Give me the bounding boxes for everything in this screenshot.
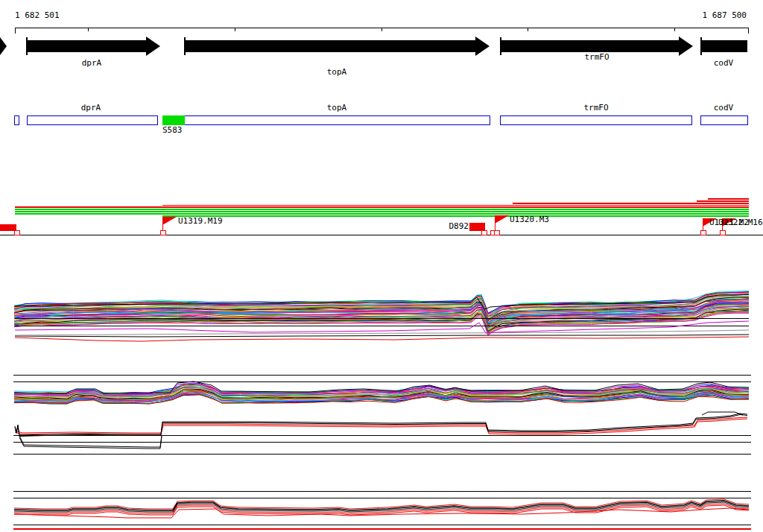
gene-arrow-topA[interactable] <box>185 37 490 56</box>
partial-gene-arrowhead-icon <box>0 37 7 55</box>
marker-label-U1319.M19: U1319.M19 <box>178 217 223 225</box>
gene-arrow-label-trmFO: trmFO <box>584 53 609 61</box>
gene-box-trmFO[interactable] <box>500 115 691 124</box>
expression-panel-p3 <box>13 414 751 454</box>
gene-box-dprA[interactable] <box>27 115 157 124</box>
gene-arrow-codV[interactable] <box>701 37 747 55</box>
gene-arrowhead-icon <box>475 37 490 56</box>
expression-panel-p2 <box>13 375 751 415</box>
gene-box-codV[interactable] <box>700 115 747 124</box>
marker-flag-D892[interactable] <box>469 223 485 231</box>
marker-label-U1320.M3: U1320.M3 <box>510 215 549 224</box>
marker-box <box>14 230 19 235</box>
marker-track <box>0 215 763 235</box>
marker-flag-U1319.M19[interactable] <box>162 217 177 225</box>
feature-box-S583[interactable] <box>162 115 184 124</box>
tracks-canvas <box>0 0 763 532</box>
genome-ruler <box>15 28 748 34</box>
marker-label-U1322.M16: U1322.M16 <box>718 218 763 227</box>
marker-box <box>481 230 487 235</box>
marker-box <box>700 230 706 235</box>
gene-arrow-body[interactable] <box>28 40 146 52</box>
gene-box-track <box>14 115 747 124</box>
expression-extra-line <box>15 335 749 337</box>
gene-arrowhead-icon <box>679 37 693 56</box>
gene-arrow-label-topA: topA <box>327 68 347 76</box>
gene-arrowhead-icon <box>146 37 160 56</box>
gene-arrow-body[interactable] <box>186 40 475 52</box>
transcript-signal-track <box>15 199 749 216</box>
expression-extra-line <box>15 337 749 341</box>
feature-label-S583: S583 <box>162 126 183 134</box>
gene-box-label-trmFO: trmFO <box>583 104 608 112</box>
expression-extra-line <box>19 435 162 447</box>
gene-arrow-track <box>0 37 747 56</box>
marker-box <box>494 230 499 235</box>
marker-box <box>160 230 165 235</box>
expression-panel-p4 <box>13 491 751 529</box>
gene-arrow-label-codV: codV <box>714 59 734 67</box>
gene-arrow-body[interactable] <box>702 40 747 52</box>
gene-box-label-dprA: dprA <box>81 104 101 112</box>
marker-box <box>720 230 725 235</box>
gene-box-topA[interactable] <box>184 115 490 124</box>
gene-box-label-codV: codV <box>714 104 734 112</box>
genome-browser-view: 1 682 501 1 687 500 dprAtopAtrmFOcodVdpr… <box>0 0 763 532</box>
marker-label-D892: D892 <box>449 222 469 230</box>
gene-box-label-topA: topA <box>327 104 347 112</box>
expression-panel-p1 <box>14 291 749 341</box>
gene-arrow-dprA[interactable] <box>27 37 160 56</box>
gene-arrow-label-dprA: dprA <box>82 59 102 67</box>
gene-arrow-body[interactable] <box>501 40 679 52</box>
small-gene-box[interactable] <box>14 115 19 124</box>
